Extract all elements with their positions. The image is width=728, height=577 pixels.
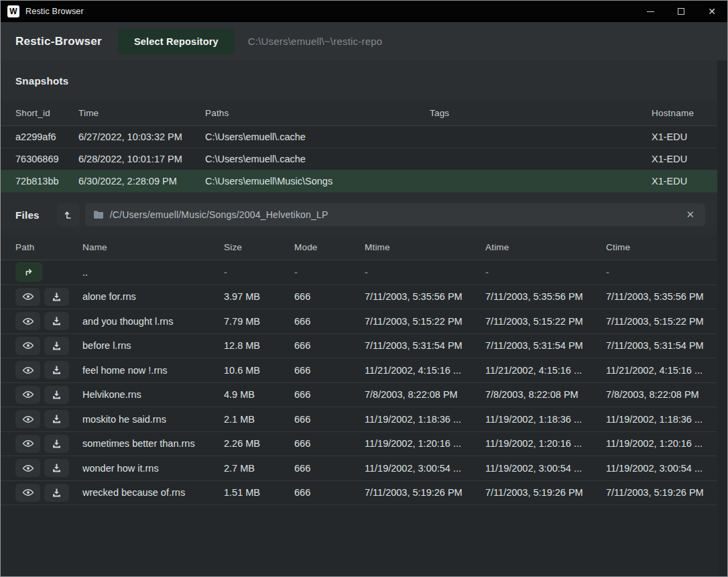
up-right-arrow-icon (23, 267, 34, 278)
col-hostname: Hostname (652, 108, 717, 118)
download-file-button[interactable] (44, 288, 69, 306)
download-icon (52, 390, 62, 400)
file-atime: 11/19/2002, 3:00:54 ... (485, 463, 606, 474)
file-name: Helvikone.rns (82, 389, 224, 400)
snapshot-row[interactable]: 72b813bb 6/30/2022, 2:28:09 PM C:\Users\… (1, 170, 717, 193)
col-tags: Tags (430, 108, 652, 118)
file-name: before l.rns (82, 340, 224, 351)
file-size: 2.7 MB (224, 463, 294, 474)
file-mtime: 7/8/2003, 8:22:08 PM (365, 389, 485, 400)
close-button[interactable]: ✕ (696, 1, 727, 22)
parent-dir-row[interactable]: .. - - - - - (1, 260, 717, 285)
file-row[interactable]: feel home now !.rns 10.6 MB 666 11/21/20… (1, 358, 717, 383)
app-window: W Restic Browser ✕ Restic-Browser Select… (0, 0, 728, 577)
file-size: 10.6 MB (224, 365, 294, 376)
download-icon (52, 292, 62, 302)
preview-file-button[interactable] (15, 435, 40, 453)
file-name: wrecked because of.rns (82, 487, 224, 498)
download-file-button[interactable] (44, 386, 69, 404)
file-atime: 11/21/2002, 4:15:16 ... (485, 365, 606, 376)
eye-icon (22, 488, 34, 497)
eye-icon (22, 415, 34, 424)
file-row[interactable]: moskito he said.rns 2.1 MB 666 11/19/200… (1, 407, 717, 432)
preview-file-button[interactable] (15, 459, 40, 477)
snapshot-hostname: X1-EDU (652, 176, 717, 187)
parent-ctime: - (606, 267, 717, 278)
preview-file-button[interactable] (15, 484, 40, 502)
maximize-button[interactable] (666, 1, 696, 22)
repository-path: C:\Users\emuell\~\restic-repo (248, 36, 382, 47)
snapshot-row[interactable]: a2299af6 6/27/2022, 10:03:32 PM C:\Users… (1, 126, 717, 148)
download-icon (52, 463, 62, 473)
file-mode: 666 (294, 340, 365, 351)
eye-icon (22, 439, 34, 448)
current-path-field[interactable]: /C/Users/emuell/Music/Songs/2004_Helveti… (85, 203, 705, 226)
col-atime: Atime (485, 242, 606, 252)
preview-file-button[interactable] (15, 410, 40, 428)
snapshots-table-header: Short_id Time Paths Tags Hostname (1, 101, 717, 126)
file-row[interactable]: and you thought l.rns 7.79 MB 666 7/11/2… (1, 309, 717, 334)
files-table-header: Path Name Size Mode Mtime Atime Ctime (1, 235, 717, 260)
file-mode: 666 (294, 365, 365, 376)
col-ctime: Ctime (606, 242, 717, 252)
file-name: wonder how it.rns (82, 463, 224, 474)
preview-file-button[interactable] (15, 361, 40, 379)
file-row[interactable]: wrecked because of.rns 1.51 MB 666 7/11/… (1, 481, 717, 506)
parent-dir-name: .. (82, 267, 224, 278)
file-atime: 7/11/2003, 5:19:26 PM (485, 487, 606, 498)
wails-logo-icon: W (7, 5, 19, 17)
file-ctime: 7/11/2003, 5:35:56 PM (606, 291, 717, 302)
download-icon (52, 365, 62, 375)
file-row[interactable]: alone for.rns 3.97 MB 666 7/11/2003, 5:3… (1, 285, 717, 310)
eye-icon (22, 292, 34, 301)
preview-file-button[interactable] (15, 288, 40, 306)
file-mode: 666 (294, 463, 365, 474)
folder-icon (93, 210, 104, 219)
app-name: Restic-Browser (15, 35, 102, 48)
go-to-root-button[interactable] (57, 203, 80, 226)
minimize-button[interactable] (635, 1, 666, 22)
snapshot-hostname: X1-EDU (652, 132, 717, 142)
file-row[interactable]: sometimes better than.rns 2.26 MB 666 11… (1, 432, 717, 457)
snapshot-time: 6/30/2022, 2:28:09 PM (78, 176, 205, 187)
file-ctime: 7/11/2003, 5:31:54 PM (606, 340, 717, 351)
eye-icon (22, 341, 34, 350)
files-section-header: Files /C/Users/emuell/Music/Songs/2004_H… (1, 201, 717, 228)
col-paths: Paths (205, 108, 430, 118)
col-mtime: Mtime (365, 242, 485, 252)
file-atime: 7/8/2003, 8:22:08 PM (485, 389, 606, 400)
file-row[interactable]: wonder how it.rns 2.7 MB 666 11/19/2002,… (1, 456, 717, 481)
preview-file-button[interactable] (15, 312, 40, 330)
file-mtime: 11/19/2002, 1:18:36 ... (365, 414, 485, 425)
file-mode: 666 (294, 389, 365, 400)
parent-mode: - (294, 267, 365, 278)
file-row[interactable]: Helvikone.rns 4.9 MB 666 7/8/2003, 8:22:… (1, 383, 717, 408)
file-row[interactable]: before l.rns 12.8 MB 666 7/11/2003, 5:31… (1, 334, 717, 359)
file-mode: 666 (294, 316, 365, 327)
eye-icon (22, 390, 34, 399)
go-parent-button[interactable] (15, 262, 42, 282)
clear-path-button[interactable]: ✕ (682, 207, 699, 222)
snapshot-row[interactable]: 76306869 6/28/2022, 10:01:17 PM C:\Users… (1, 148, 717, 170)
eye-icon (22, 366, 34, 375)
download-file-button[interactable] (44, 337, 69, 355)
download-file-button[interactable] (44, 312, 69, 330)
snapshot-paths: C:\Users\emuell\.cache (205, 154, 430, 164)
download-file-button[interactable] (44, 484, 69, 502)
col-time: Time (78, 108, 205, 118)
snapshot-short-id: 72b813bb (15, 176, 78, 187)
file-atime: 7/11/2003, 5:31:54 PM (485, 340, 606, 351)
minimize-icon (647, 11, 654, 12)
content-area: Snapshots Short_id Time Paths Tags Hostn… (1, 60, 727, 576)
download-file-button[interactable] (44, 361, 69, 379)
download-file-button[interactable] (44, 435, 69, 453)
eye-icon (22, 464, 34, 473)
download-file-button[interactable] (44, 459, 69, 477)
preview-file-button[interactable] (15, 337, 40, 355)
download-icon (52, 341, 62, 351)
current-path-text: /C/Users/emuell/Music/Songs/2004_Helveti… (110, 209, 682, 220)
preview-file-button[interactable] (15, 386, 40, 404)
download-icon (52, 439, 62, 449)
download-file-button[interactable] (44, 410, 69, 428)
select-repository-button[interactable]: Select Repository (118, 29, 235, 54)
